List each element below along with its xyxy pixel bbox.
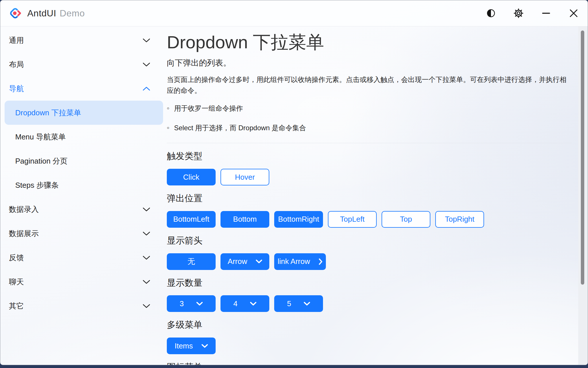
bullet-text: 用于收罗一组命令操作 xyxy=(174,104,243,113)
antdui-logo-icon xyxy=(8,6,22,20)
button-label: Click xyxy=(183,173,199,182)
count-4-dropdown[interactable]: 4 xyxy=(220,295,269,312)
section-heading: 显示箭头 xyxy=(167,235,572,246)
button-label: TopRight xyxy=(445,215,475,224)
section-multilevel-menu: 多级菜单 Items xyxy=(167,319,572,354)
sidebar-label: 通用 xyxy=(9,35,24,45)
chevron-down-icon xyxy=(143,304,150,308)
sidebar-label: 导航 xyxy=(9,84,24,94)
sidebar-category-general[interactable]: 通用 xyxy=(5,28,163,52)
minimize-button[interactable] xyxy=(539,6,553,20)
settings-button[interactable] xyxy=(511,6,526,20)
sidebar-category-data-entry[interactable]: 数据录入 xyxy=(5,197,163,221)
sidebar-category-chat[interactable]: 聊天 xyxy=(5,270,163,294)
link-arrow-button[interactable]: link Arrow xyxy=(274,253,326,270)
vertical-scrollbar-thumb[interactable] xyxy=(581,30,584,285)
button-row: Items xyxy=(167,338,572,354)
chevron-right-icon xyxy=(319,258,322,265)
section-show-arrow: 显示箭头 无 Arrow link Arrow xyxy=(167,235,572,270)
sidebar-label: Steps 步骤条 xyxy=(15,180,59,190)
sidebar-label: Dropdown 下拉菜单 xyxy=(15,108,81,118)
placement-topright-button[interactable]: TopRight xyxy=(435,211,484,228)
section-heading: 图标菜单 xyxy=(167,362,572,365)
sidebar-item-pagination[interactable]: Pagination 分页 xyxy=(5,149,163,173)
button-row: 3 4 5 xyxy=(167,295,572,312)
sidebar-category-other[interactable]: 其它 xyxy=(5,294,163,318)
chevron-down-icon xyxy=(256,260,262,263)
sidebar-category-layout[interactable]: 布局 xyxy=(5,52,163,76)
bullet-marker: ◦ xyxy=(167,104,169,113)
section-item-count: 显示数量 3 4 5 xyxy=(167,277,572,312)
button-row: Click Hover xyxy=(167,169,572,185)
button-label: Bottom xyxy=(233,215,257,224)
placement-top-button[interactable]: Top xyxy=(382,211,430,228)
button-row: 无 Arrow link Arrow xyxy=(167,253,572,270)
section-heading: 触发类型 xyxy=(167,151,572,162)
chevron-up-icon xyxy=(143,87,150,91)
page-description: 当页面上的操作命令过多时，用此组件可以收纳操作元素。点击或移入触点，会出现一个下… xyxy=(167,74,572,97)
trigger-click-button[interactable]: Click xyxy=(167,169,216,185)
sidebar-item-dropdown[interactable]: Dropdown 下拉菜单 xyxy=(5,101,163,125)
sidebar-category-navigation[interactable]: 导航 xyxy=(5,76,163,101)
content-area: Dropdown 下拉菜单 向下弹出的列表。 当页面上的操作命令过多时，用此组件… xyxy=(167,26,588,365)
app-title: AntdUIDemo xyxy=(27,8,85,19)
chevron-down-icon xyxy=(143,62,150,67)
chevron-down-icon xyxy=(250,302,256,306)
section-heading: 多级菜单 xyxy=(167,319,572,331)
button-label: BottomLeft xyxy=(173,215,209,224)
placement-bottomright-button[interactable]: BottomRight xyxy=(274,211,323,228)
button-label: Arrow xyxy=(228,257,247,266)
sidebar: 通用 布局 导航 Dropdown 下拉菜单 Me xyxy=(0,26,167,365)
sidebar-label: Menu 导航菜单 xyxy=(15,132,66,142)
trigger-hover-button[interactable]: Hover xyxy=(220,169,269,185)
sidebar-item-menu[interactable]: Menu 导航菜单 xyxy=(5,125,163,149)
page-title: Dropdown 下拉菜单 xyxy=(167,31,572,53)
button-label: 5 xyxy=(287,299,291,308)
titlebar-actions xyxy=(484,6,588,20)
chevron-down-icon xyxy=(143,38,150,43)
bullet-marker: ◦ xyxy=(167,123,169,132)
chevron-down-icon xyxy=(202,344,208,348)
placement-bottomleft-button[interactable]: BottomLeft xyxy=(167,211,216,228)
close-button[interactable] xyxy=(566,6,581,20)
theme-half-circle-icon xyxy=(486,8,496,18)
arrow-dropdown-button[interactable]: Arrow xyxy=(220,253,269,270)
chevron-down-icon xyxy=(143,231,150,236)
items-dropdown[interactable]: Items xyxy=(167,338,216,354)
sidebar-category-data-display[interactable]: 数据展示 xyxy=(5,221,163,246)
button-label: BottomRight xyxy=(278,215,319,224)
main-area: 通用 布局 导航 Dropdown 下拉菜单 Me xyxy=(0,26,588,365)
button-label: 无 xyxy=(187,256,195,267)
section-trigger-type: 触发类型 Click Hover xyxy=(167,151,572,185)
section-heading: 弹出位置 xyxy=(167,193,572,204)
sidebar-label: 布局 xyxy=(9,60,24,70)
sidebar-label: 其它 xyxy=(9,301,24,311)
button-label: 3 xyxy=(180,299,184,308)
button-label: Hover xyxy=(235,173,255,182)
sidebar-label: 反馈 xyxy=(9,253,24,263)
section-placement: 弹出位置 BottomLeft Bottom BottomRight TopLe… xyxy=(167,193,572,228)
page-subtitle: 向下弹出的列表。 xyxy=(167,57,572,68)
sidebar-category-feedback[interactable]: 反馈 xyxy=(5,246,163,270)
placement-topleft-button[interactable]: TopLeft xyxy=(328,211,377,228)
bullet-text: Select 用于选择，而 Dropdown 是命令集合 xyxy=(174,123,306,133)
sidebar-label: 数据录入 xyxy=(9,204,39,214)
button-label: 4 xyxy=(233,299,237,308)
gear-icon xyxy=(513,8,524,18)
button-label: Top xyxy=(400,215,412,224)
theme-toggle-button[interactable] xyxy=(484,6,498,20)
vertical-scrollbar-track[interactable] xyxy=(578,26,588,365)
arrow-none-button[interactable]: 无 xyxy=(167,253,216,270)
list-item: ◦ 用于收罗一组命令操作 xyxy=(167,104,572,113)
sidebar-label: 聊天 xyxy=(9,277,24,287)
button-label: Items xyxy=(175,342,193,350)
sidebar-label: Pagination 分页 xyxy=(15,156,67,166)
chevron-down-icon xyxy=(143,256,150,260)
titlebar: AntdUIDemo xyxy=(0,0,588,26)
close-icon xyxy=(569,9,578,18)
sidebar-item-steps[interactable]: Steps 步骤条 xyxy=(5,173,163,197)
placement-bottom-button[interactable]: Bottom xyxy=(220,211,269,228)
count-5-dropdown[interactable]: 5 xyxy=(274,295,323,312)
count-3-dropdown[interactable]: 3 xyxy=(167,295,216,312)
list-item: ◦ Select 用于选择，而 Dropdown 是命令集合 xyxy=(167,123,572,133)
